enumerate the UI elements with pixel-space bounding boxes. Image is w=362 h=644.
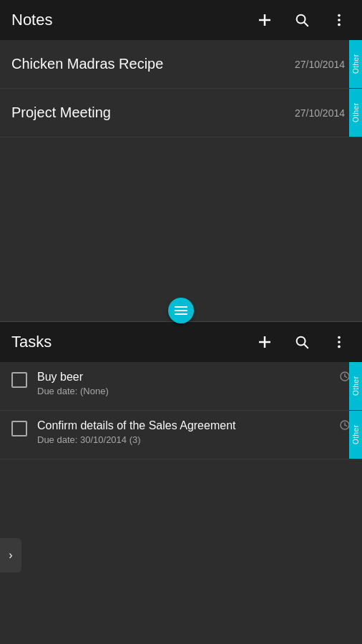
notes-title: Notes <box>11 11 253 29</box>
sidebar-toggle-button[interactable]: › <box>0 538 21 572</box>
more-vert-icon <box>331 334 347 350</box>
svg-line-19 <box>345 376 347 377</box>
task-item[interactable]: Confirm details of the Sales Agreement D… <box>0 411 362 459</box>
svg-rect-8 <box>175 310 187 311</box>
tasks-menu-button[interactable] <box>328 331 351 353</box>
note-tag: Other <box>349 40 362 88</box>
plus-icon <box>256 11 273 29</box>
divider-handle[interactable] <box>0 300 362 321</box>
task-tag: Other <box>349 411 362 459</box>
drag-handle-icon <box>175 306 187 315</box>
tasks-toolbar-icons <box>253 331 351 353</box>
svg-point-6 <box>338 24 341 26</box>
task-right: Other <box>339 371 351 385</box>
svg-point-5 <box>338 19 341 21</box>
search-icon <box>294 334 310 350</box>
svg-rect-9 <box>175 313 187 315</box>
task-content: Buy beer Due date: (None) <box>37 371 339 396</box>
tasks-title: Tasks <box>11 333 253 351</box>
tasks-add-button[interactable] <box>253 331 276 353</box>
chevron-right-icon: › <box>9 549 12 562</box>
note-date: 27/10/2014 <box>295 59 345 70</box>
notes-add-button[interactable] <box>253 9 276 31</box>
notes-toolbar: Notes <box>0 0 362 40</box>
note-title: Chicken Madras Recipe <box>11 56 163 72</box>
svg-line-13 <box>304 344 308 348</box>
task-title: Buy beer <box>37 371 339 384</box>
task-checkbox[interactable] <box>11 372 27 388</box>
note-content: Project Meeting 27/10/2014 <box>11 104 351 121</box>
task-tag: Other <box>349 362 362 410</box>
task-title: Confirm details of the Sales Agreement <box>37 419 339 432</box>
plus-icon <box>256 333 273 351</box>
task-right: Other <box>339 419 351 434</box>
search-icon <box>294 12 310 28</box>
note-title: Project Meeting <box>11 104 111 121</box>
task-due: Due date: 30/10/2014 (3) <box>37 434 339 445</box>
more-vert-icon <box>331 12 347 28</box>
notes-toolbar-icons <box>253 9 351 31</box>
svg-rect-7 <box>175 306 187 308</box>
notes-search-button[interactable] <box>290 9 313 31</box>
divider-circle <box>168 298 194 323</box>
svg-point-15 <box>338 341 341 343</box>
svg-point-4 <box>338 14 341 17</box>
svg-point-14 <box>338 336 341 339</box>
task-content: Confirm details of the Sales Agreement D… <box>37 419 339 445</box>
task-item[interactable]: Buy beer Due date: (None) Other <box>0 362 362 411</box>
task-due: Due date: (None) <box>37 386 339 396</box>
note-item[interactable]: Project Meeting 27/10/2014 Other <box>0 89 362 137</box>
tasks-toolbar: Tasks <box>0 322 362 362</box>
tasks-section: Tasks <box>0 322 362 644</box>
svg-point-16 <box>338 346 341 348</box>
svg-line-3 <box>304 22 308 26</box>
note-content: Chicken Madras Recipe 27/10/2014 <box>11 56 351 72</box>
tasks-search-button[interactable] <box>290 331 313 353</box>
notes-menu-button[interactable] <box>328 9 351 31</box>
notes-section: Notes <box>0 0 362 322</box>
svg-line-22 <box>345 425 347 426</box>
task-checkbox[interactable] <box>11 421 27 436</box>
note-item[interactable]: Chicken Madras Recipe 27/10/2014 Other <box>0 40 362 89</box>
note-tag: Other <box>349 89 362 137</box>
note-date: 27/10/2014 <box>295 107 345 119</box>
